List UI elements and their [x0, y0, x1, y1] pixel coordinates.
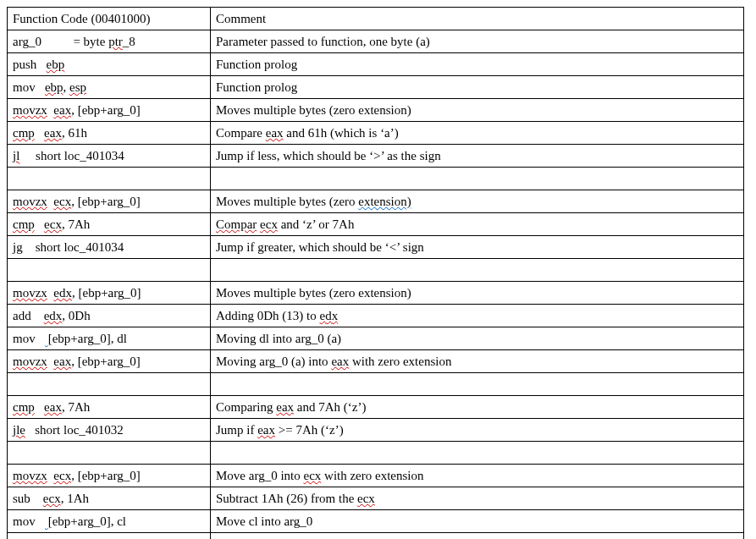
- code-cell-chunk: movzx: [13, 355, 47, 368]
- code-cell-chunk: short loc_401032: [25, 423, 124, 437]
- code-cell-chunk: , 61h: [62, 126, 87, 140]
- comment-cell-chunk: Jump if: [216, 423, 257, 437]
- code-cell-chunk: cmp: [13, 126, 35, 140]
- table-row: add edx, 0DhAdding 0Dh (13) to edx: [8, 305, 744, 327]
- code-cell: mov ebp, esp: [8, 76, 211, 99]
- code-cell-chunk: mov: [13, 514, 45, 528]
- code-cell: add edx, 0Dh: [8, 305, 211, 327]
- code-cell: movzx ecx, [ebp+arg_0]: [8, 190, 211, 213]
- comment-cell-chunk: Moving arg_0 (a) into: [216, 355, 331, 368]
- code-cell: movzx ecx, [ebp+arg_0]: [8, 465, 211, 487]
- code-cell: [8, 442, 211, 465]
- code-cell-chunk: [: [45, 332, 52, 345]
- code-cell-chunk: cmp: [13, 400, 35, 414]
- code-cell-chunk: , [ebp+arg_0]: [71, 355, 141, 368]
- comment-cell-chunk: and 7Ah (‘z’): [294, 400, 366, 414]
- table-row: movzx ecx, [ebp+arg_0]Move arg_0 into ec…: [8, 465, 744, 487]
- code-cell-chunk: add: [13, 309, 44, 322]
- comment-cell: Jump if eax >= 7Ah (‘z’): [211, 419, 744, 442]
- code-cell: cmp eax, 7Ah: [8, 396, 211, 419]
- comment-cell: Moves multiple bytes (zero extension): [211, 190, 744, 213]
- table-row: mov [ebp+arg_0], clMove cl into arg_0: [8, 510, 744, 533]
- code-cell: jg short loc_401034: [8, 236, 211, 259]
- code-cell: jl short loc_401034: [8, 145, 211, 168]
- comment-cell: Function prolog: [211, 53, 744, 76]
- comment-cell-chunk: and 61h (which is ‘a’): [284, 126, 399, 140]
- comment-cell: Compare eax and 61h (which is ‘a’): [211, 122, 744, 145]
- code-cell-chunk: ecx: [53, 195, 71, 208]
- table-row: cmp eax, 61hCompare eax and 61h (which i…: [8, 122, 744, 145]
- comment-cell-chunk: >= 7Ah (‘z’): [275, 423, 344, 437]
- code-cell-chunk: , 7Ah: [62, 400, 90, 414]
- comment-cell-chunk: and ‘z’ or 7Ah: [278, 217, 355, 231]
- code-cell-chunk: , 7Ah: [62, 217, 90, 231]
- code-cell-chunk: [35, 400, 44, 414]
- header-comment: Comment: [211, 8, 744, 30]
- table-row: jl short loc_401034Jump if less, which s…: [8, 145, 744, 168]
- code-cell: [8, 168, 211, 190]
- comment-cell-chunk: ecx: [303, 469, 321, 482]
- code-cell: cmp eax, 61h: [8, 122, 211, 145]
- code-cell-chunk: short loc_401034: [23, 240, 124, 254]
- comment-cell: Jump if less, which should be ‘>’ as the…: [211, 145, 744, 168]
- comment-cell-chunk: Moves multiple bytes (zero extension): [216, 103, 411, 117]
- code-cell-chunk: , [ebp+arg_0]: [71, 195, 141, 208]
- table-row: jg short loc_401034Jump if greater, whic…: [8, 236, 744, 259]
- table-row: mov ebp, espFunction prolog: [8, 76, 744, 99]
- table-row: [8, 442, 744, 465]
- comment-cell: Function prolog: [211, 76, 744, 99]
- comment-cell: Move arg_0 into ecx with zero extension: [211, 465, 744, 487]
- table-row: sub ecx, 1AhSubtract 1Ah (26) from the e…: [8, 487, 744, 510]
- asm-table: Function Code (00401000)Commentarg_0 = b…: [7, 7, 744, 539]
- table-row: [8, 259, 744, 282]
- code-cell: loc_401032:: [8, 533, 211, 540]
- code-cell-chunk: , [ebp+arg_0]: [71, 103, 141, 117]
- comment-cell: [211, 442, 744, 465]
- code-cell: mov [ebp+arg_0], dl: [8, 327, 211, 350]
- table-row: jle short loc_401032Jump if eax >= 7Ah (…: [8, 419, 744, 442]
- code-cell: push ebp: [8, 53, 211, 76]
- code-cell-chunk: , 0Dh: [62, 309, 90, 322]
- code-cell-chunk: ebp: [45, 80, 63, 94]
- comment-cell: Compar ecx and ‘z’ or 7Ah: [211, 213, 744, 236]
- comment-cell: Moving arg_0 (a) into eax with zero exte…: [211, 350, 744, 373]
- code-cell-chunk: ecx: [44, 217, 62, 231]
- comment-cell-chunk: Compar: [216, 217, 257, 231]
- code-cell-chunk: ebp+arg_0], cl: [52, 514, 126, 528]
- table-row: movzx edx, [ebp+arg_0]Moves multiple byt…: [8, 282, 744, 305]
- comment-cell-chunk: Function prolog: [216, 80, 297, 94]
- code-cell-chunk: esp: [69, 80, 86, 94]
- code-cell-chunk: movzx: [13, 103, 47, 117]
- code-cell-chunk: eax: [53, 355, 71, 368]
- comment-cell-chunk: ecx: [260, 217, 278, 231]
- code-cell-chunk: [35, 126, 44, 140]
- comment-cell-chunk: Jump if greater, which should be ‘<’ sig…: [216, 240, 424, 254]
- comment-cell-chunk: Moving dl into arg_0 (a): [216, 332, 341, 345]
- table-row: movzx ecx, [ebp+arg_0]Moves multiple byt…: [8, 190, 744, 213]
- table-row: [8, 373, 744, 396]
- comment-cell-chunk: Parameter passed to function, one byte (…: [216, 35, 430, 48]
- table-row: mov [ebp+arg_0], dlMoving dl into arg_0 …: [8, 327, 744, 350]
- code-cell-chunk: movzx: [13, 195, 47, 208]
- comment-cell: [211, 259, 744, 282]
- code-cell-chunk: , [ebp+arg_0]: [71, 469, 141, 482]
- comment-cell: [211, 373, 744, 396]
- code-cell-chunk: sub: [13, 492, 43, 505]
- comment-cell-chunk: ecx: [357, 492, 375, 505]
- table-row: arg_0 = byte ptr_8Parameter passed to fu…: [8, 30, 744, 53]
- code-cell: movzx eax, [ebp+arg_0]: [8, 99, 211, 122]
- comment-cell-chunk: eax: [331, 355, 349, 368]
- comment-cell: Adding 0Dh (13) to edx: [211, 305, 744, 327]
- code-cell-chunk: short loc_401034: [19, 149, 124, 162]
- comment-cell: [211, 533, 744, 540]
- comment-cell: Subtract 1Ah (26) from the ecx: [211, 487, 744, 510]
- code-cell-chunk: ecx: [53, 469, 71, 482]
- code-cell-chunk: arg_0 = byte: [13, 35, 108, 48]
- comment-cell-chunk: [411, 195, 421, 208]
- code-cell: movzx edx, [ebp+arg_0]: [8, 282, 211, 305]
- comment-cell-chunk: Moves multiple bytes (zero: [216, 195, 358, 208]
- code-cell-chunk: ,: [63, 80, 70, 94]
- comment-cell-chunk: edx: [320, 309, 339, 322]
- code-cell: jle short loc_401032: [8, 419, 211, 442]
- table-row: cmp eax, 7AhComparing eax and 7Ah (‘z’): [8, 396, 744, 419]
